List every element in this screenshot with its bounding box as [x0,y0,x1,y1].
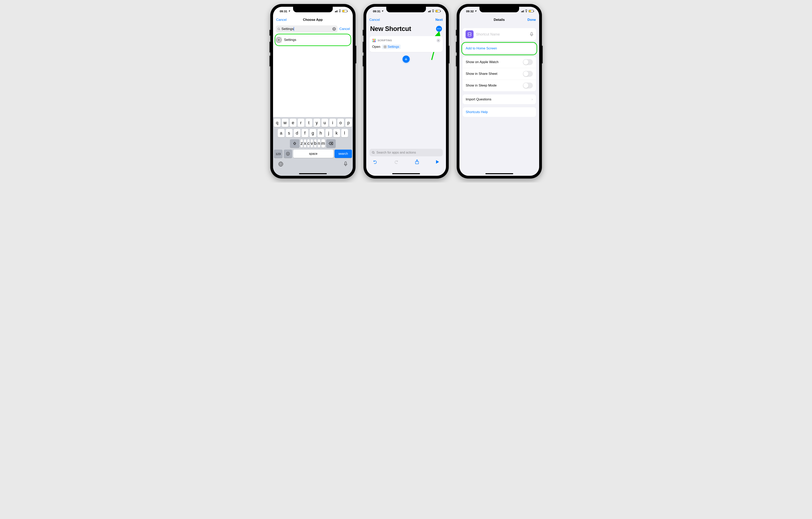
key-t[interactable]: t [306,119,312,127]
globe-key[interactable] [278,162,283,167]
more-button[interactable] [436,26,442,32]
key-v[interactable]: v [311,139,313,147]
add-to-home-screen-button[interactable]: Add to Home Screen [463,44,536,53]
cellular-icon [521,10,524,12]
key-f[interactable]: f [301,129,308,137]
run-button[interactable] [436,160,439,164]
remove-action-icon[interactable]: ✕ [436,38,440,43]
key-u[interactable]: u [321,119,328,127]
cancel-button[interactable]: Cancel [370,18,380,22]
key-e[interactable]: e [290,119,296,127]
search-input[interactable]: Settings ✕ [276,25,338,32]
emoji-key[interactable] [284,149,292,158]
toggle-sleep-mode[interactable] [523,83,533,88]
location-icon [474,10,477,12]
home-indicator[interactable] [392,173,420,174]
search-icon [372,151,375,154]
home-indicator[interactable] [299,173,327,174]
key-o[interactable]: o [337,119,344,127]
shortcut-title: New Shortcut [370,25,411,32]
action-category: SCRIPTING [378,39,392,42]
svg-line-14 [374,153,374,154]
key-w[interactable]: w [282,119,289,127]
status-time: 09:31 [280,9,287,13]
phone-frame-1: 09:31 Cancel Choose App Settings ✕ Ca [270,4,355,179]
app-result-settings[interactable]: Settings [273,34,353,45]
chevron-right-icon: › [532,97,533,101]
key-r[interactable]: r [298,119,304,127]
space-key[interactable]: space [293,149,333,158]
phone-frame-3: 09:32 Details Done Shortcut Name [457,4,542,179]
toggle-share-sheet[interactable] [523,71,533,77]
cellular-icon [427,10,431,12]
row-share-sheet[interactable]: Show in Share Sheet [463,68,536,80]
screen-new-shortcut: 09:31 Cancel Next New Shortcut [366,7,446,176]
key-j[interactable]: j [325,129,332,137]
status-time: 09:32 [466,9,474,13]
dictation-key[interactable] [344,162,348,167]
row-apple-watch[interactable]: Show on Apple Watch [463,56,536,68]
key-x[interactable]: x [304,139,306,147]
action-param-settings[interactable]: Settings [382,45,401,49]
clear-icon[interactable]: ✕ [332,27,336,31]
status-time: 09:31 [373,9,380,13]
wifi-icon [525,10,528,12]
key-i[interactable]: i [329,119,336,127]
key-b[interactable]: b [314,139,317,147]
shortcut-name-field[interactable]: Shortcut Name [463,28,536,40]
backspace-key[interactable] [326,139,336,147]
cancel-button[interactable]: Cancel [276,18,287,22]
home-indicator[interactable] [486,173,513,174]
next-button[interactable]: Next [435,18,443,22]
action-card-open-app[interactable]: SCRIPTING ✕ Open Settings [370,36,443,52]
svg-rect-16 [468,32,471,34]
share-button[interactable] [415,160,419,164]
key-q[interactable]: q [274,119,281,127]
key-n[interactable]: n [318,139,320,147]
toggle-apple-watch[interactable] [523,59,533,65]
svg-point-5 [287,153,288,154]
row-import-questions[interactable]: Import Questions › [463,94,536,104]
phone-frame-2: 09:31 Cancel Next New Shortcut [364,4,449,179]
key-h[interactable]: h [317,129,324,137]
key-p[interactable]: p [345,119,352,127]
scripting-icon [372,38,376,43]
svg-line-1 [279,29,280,30]
settings-app-icon [383,45,387,48]
nav-bar: Details Done [459,16,539,24]
add-action-button[interactable]: + [403,56,410,63]
svg-point-6 [288,153,289,154]
page-title: Details [459,18,539,22]
svg-rect-18 [531,32,532,35]
row-sleep-mode[interactable]: Show in Sleep Mode [463,80,536,91]
key-z[interactable]: z [300,139,303,147]
key-g[interactable]: g [310,129,316,137]
key-k[interactable]: k [333,129,340,137]
wifi-icon [432,10,435,12]
key-d[interactable]: d [294,129,300,137]
done-button[interactable]: Done [527,18,536,22]
svg-rect-17 [468,34,471,36]
key-c[interactable]: c [307,139,310,147]
search-cancel-button[interactable]: Cancel [340,27,350,31]
key-m[interactable]: m [321,139,325,147]
action-search-input[interactable]: Search for apps and actions [370,149,443,156]
nav-bar: Cancel Next [366,16,446,24]
search-placeholder: Search for apps and actions [377,151,416,154]
svg-point-0 [278,28,280,30]
nav-bar: Cancel Choose App [273,16,353,24]
key-a[interactable]: a [278,129,285,137]
shift-key[interactable] [290,139,299,147]
screen-details: 09:32 Details Done Shortcut Name [459,7,539,176]
row-shortcuts-help[interactable]: Shortcuts Help [463,107,536,117]
key-y[interactable]: y [314,119,320,127]
key-l[interactable]: l [341,129,348,137]
search-key[interactable]: search [335,149,352,158]
shortcut-icon[interactable] [465,30,474,38]
dictation-icon[interactable] [530,32,533,36]
key-s[interactable]: s [286,129,292,137]
cellular-icon [334,10,338,12]
wifi-icon [338,10,342,12]
undo-button[interactable] [373,160,377,164]
numbers-key[interactable]: 123 [274,149,283,158]
